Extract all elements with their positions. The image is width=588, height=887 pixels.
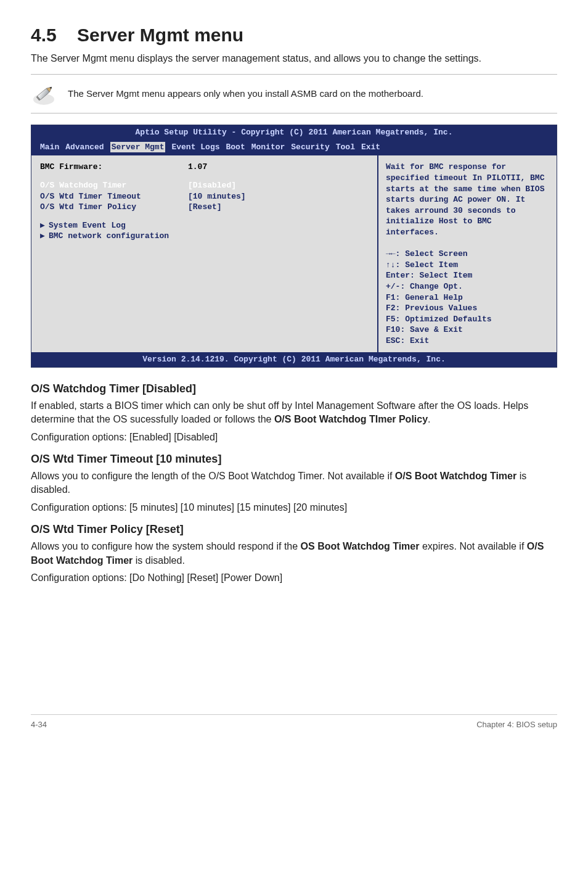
watchdog-timer-value: [Disabled] xyxy=(188,180,236,191)
help-line: F5: Optimized Defaults xyxy=(386,314,549,325)
section-wtd-timeout-options: Configuration options: [5 minutes] [10 m… xyxy=(31,501,557,514)
note-block: The Server Mgmt menu appears only when y… xyxy=(31,74,557,113)
help-line: ↑↓: Select Item xyxy=(386,260,549,271)
section-number: 4.5 xyxy=(31,25,57,45)
bmc-firmware-label: BMC Firmware: xyxy=(40,162,188,173)
bmc-network-config-link[interactable]: ▶BMC network configuration xyxy=(40,231,369,242)
text: Allows you to configure how the system s… xyxy=(31,541,301,551)
section-wtd-timeout-heading: O/S Wtd Timer Timeout [10 minutes] xyxy=(31,453,557,466)
page-number: 4-34 xyxy=(31,720,47,729)
wtd-timeout-label: O/S Wtd Timer Timeout xyxy=(40,191,188,202)
page-title: 4.5 Server Mgmt menu xyxy=(31,25,557,46)
text: is disabled. xyxy=(133,555,185,566)
section-watchdog-timer-options: Configuration options: [Enabled] [Disabl… xyxy=(31,431,557,444)
section-wtd-timeout-desc: Allows you to configure the length of th… xyxy=(31,469,557,497)
help-line: F10: Save & Exit xyxy=(386,324,549,336)
tab-main[interactable]: Main xyxy=(40,142,59,153)
help-line: Enter: Select Item xyxy=(386,270,549,281)
pencil-icon xyxy=(31,81,57,107)
section-wtd-policy-desc: Allows you to configure how the system s… xyxy=(31,540,557,567)
system-event-log-label: System Event Log xyxy=(49,221,126,230)
chapter-label: Chapter 4: BIOS setup xyxy=(476,720,557,729)
text: . xyxy=(428,414,430,424)
bold-text: O/S Boot Watchdog TImer Policy xyxy=(274,414,428,424)
page-footer: 4-34 Chapter 4: BIOS setup xyxy=(31,714,557,729)
bmc-firmware-row: BMC Firmware: 1.07 xyxy=(40,162,369,173)
tab-monitor[interactable]: Monitor xyxy=(251,142,285,153)
wtd-policy-label: O/S Wtd Timer Policy xyxy=(40,202,188,213)
section-wtd-policy-options: Configuration options: [Do Nothing] [Res… xyxy=(31,571,557,585)
help-line: +/-: Change Opt. xyxy=(386,281,549,292)
watchdog-timer-row[interactable]: O/S Watchdog Timer [Disabled] xyxy=(40,180,369,191)
wtd-timeout-value: [10 minutes] xyxy=(188,191,246,202)
bios-left-panel: BMC Firmware: 1.07 O/S Watchdog Timer [D… xyxy=(31,155,377,352)
tab-boot[interactable]: Boot xyxy=(226,142,245,153)
help-line: →←: Select Screen xyxy=(386,249,549,260)
tab-security[interactable]: Security xyxy=(291,142,329,153)
section-title: Server Mgmt menu xyxy=(77,25,243,45)
tab-advanced[interactable]: Advanced xyxy=(65,142,104,153)
bios-body: BMC Firmware: 1.07 O/S Watchdog Timer [D… xyxy=(31,155,557,352)
tab-exit[interactable]: Exit xyxy=(361,142,380,153)
bios-header: Aptio Setup Utility - Copyright (C) 2011… xyxy=(31,125,557,140)
help-line: F1: General Help xyxy=(386,292,549,303)
watchdog-timer-label: O/S Watchdog Timer xyxy=(40,180,188,191)
bmc-firmware-value: 1.07 xyxy=(188,162,207,173)
system-event-log-link[interactable]: ▶System Event Log xyxy=(40,220,369,231)
bios-help-text: Wait for BMC response for specified time… xyxy=(386,162,549,237)
section-watchdog-timer-desc: If enabled, starts a BIOS timer which ca… xyxy=(31,399,557,427)
bios-window: Aptio Setup Utility - Copyright (C) 2011… xyxy=(31,125,557,367)
section-wtd-policy-heading: O/S Wtd Timer Policy [Reset] xyxy=(31,523,557,536)
submenu-arrow-icon: ▶ xyxy=(40,220,49,231)
text: expires. Not available if xyxy=(419,541,526,551)
tab-server-mgmt[interactable]: Server Mgmt xyxy=(110,142,166,153)
text: Allows you to configure the length of th… xyxy=(31,471,395,481)
bold-text: OS Boot Watchdog Timer xyxy=(301,541,420,551)
submenu-arrow-icon: ▶ xyxy=(40,231,49,242)
wtd-policy-value: [Reset] xyxy=(188,202,222,213)
help-line: F2: Previous Values xyxy=(386,303,549,314)
bios-key-help: →←: Select Screen ↑↓: Select Item Enter:… xyxy=(386,249,549,346)
tab-event-logs[interactable]: Event Logs xyxy=(171,142,219,153)
wtd-timeout-row[interactable]: O/S Wtd Timer Timeout [10 minutes] xyxy=(40,191,369,202)
bold-text: O/S Boot Watchdog Timer xyxy=(395,471,517,481)
bios-help-panel: Wait for BMC response for specified time… xyxy=(377,155,557,352)
tab-tool[interactable]: Tool xyxy=(336,142,355,153)
bios-tabs: Main Advanced Server Mgmt Event Logs Boo… xyxy=(31,140,557,156)
bios-footer: Version 2.14.1219. Copyright (C) 2011 Am… xyxy=(31,352,557,367)
intro-paragraph: The Server Mgmt menu displays the server… xyxy=(31,52,557,65)
note-text: The Server Mgmt menu appears only when y… xyxy=(68,88,423,100)
section-watchdog-timer-heading: O/S Watchdog Timer [Disabled] xyxy=(31,382,557,395)
bmc-network-config-label: BMC network configuration xyxy=(49,231,169,241)
wtd-policy-row[interactable]: O/S Wtd Timer Policy [Reset] xyxy=(40,202,369,213)
help-line: ESC: Exit xyxy=(386,336,549,347)
